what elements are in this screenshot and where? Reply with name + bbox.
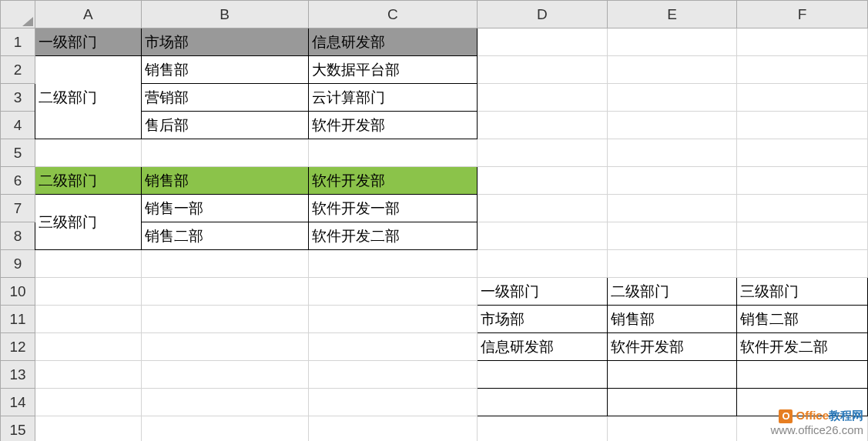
cell-B11[interactable] — [141, 306, 308, 333]
row-header-1[interactable]: 1 — [1, 28, 35, 56]
cell-E14[interactable] — [607, 389, 737, 416]
cell-B4[interactable]: 售后部 — [141, 112, 308, 139]
col-header-A[interactable]: A — [35, 1, 141, 28]
cell-C7[interactable]: 软件开发一部 — [308, 195, 477, 222]
col-header-C[interactable]: C — [308, 1, 477, 28]
cell-B9[interactable] — [141, 250, 308, 278]
cell-F7[interactable] — [737, 195, 868, 222]
cell-C4[interactable]: 软件开发部 — [308, 112, 477, 139]
cell-E7[interactable] — [607, 195, 737, 222]
cell-A10[interactable] — [35, 278, 141, 306]
cell-B6[interactable]: 销售部 — [141, 167, 308, 195]
cell-B5[interactable] — [141, 139, 308, 167]
cell-E8[interactable] — [607, 222, 737, 250]
cell-B12[interactable] — [141, 333, 308, 361]
cell-B13[interactable] — [141, 361, 308, 389]
cell-A7-merged[interactable]: 三级部门 — [35, 195, 141, 250]
cell-C10[interactable] — [308, 278, 477, 306]
row-header-6[interactable]: 6 — [1, 167, 35, 195]
cell-C13[interactable] — [308, 361, 477, 389]
row-header-13[interactable]: 13 — [1, 361, 35, 389]
cell-F13[interactable] — [737, 361, 868, 389]
cell-F5[interactable] — [737, 139, 868, 167]
cell-F8[interactable] — [737, 222, 868, 250]
cell-E12[interactable]: 软件开发部 — [607, 333, 737, 361]
cell-F2[interactable] — [737, 56, 868, 84]
row-header-14[interactable]: 14 — [1, 389, 35, 416]
cell-C1[interactable]: 信息研发部 — [308, 28, 477, 56]
cell-B14[interactable] — [141, 389, 308, 416]
cell-C3[interactable]: 云计算部门 — [308, 84, 477, 112]
cell-C15[interactable] — [308, 416, 477, 442]
cell-D11[interactable]: 市场部 — [477, 306, 607, 333]
cell-E9[interactable] — [607, 250, 737, 278]
cell-A14[interactable] — [35, 389, 141, 416]
cell-A1[interactable]: 一级部门 — [35, 28, 141, 56]
cell-D15[interactable] — [477, 416, 607, 442]
cell-B1[interactable]: 市场部 — [141, 28, 308, 56]
cell-B3[interactable]: 营销部 — [141, 84, 308, 112]
row-header-8[interactable]: 8 — [1, 222, 35, 250]
row-header-10[interactable]: 10 — [1, 278, 35, 306]
cell-F4[interactable] — [737, 112, 868, 139]
select-all-corner[interactable] — [1, 1, 35, 28]
col-header-D[interactable]: D — [477, 1, 607, 28]
cell-E11[interactable]: 销售部 — [607, 306, 737, 333]
cell-C8[interactable]: 软件开发二部 — [308, 222, 477, 250]
cell-F15[interactable] — [737, 416, 868, 442]
cell-D13[interactable] — [477, 361, 607, 389]
cell-D10[interactable]: 一级部门 — [477, 278, 607, 306]
cell-D14[interactable] — [477, 389, 607, 416]
cell-E10[interactable]: 二级部门 — [607, 278, 737, 306]
cell-D1[interactable] — [477, 28, 607, 56]
cell-E13[interactable] — [607, 361, 737, 389]
cell-A12[interactable] — [35, 333, 141, 361]
cell-C2[interactable]: 大数据平台部 — [308, 56, 477, 84]
cell-E1[interactable] — [607, 28, 737, 56]
cell-A2-merged[interactable]: 二级部门 — [35, 56, 141, 139]
row-header-2[interactable]: 2 — [1, 56, 35, 84]
row-header-4[interactable]: 4 — [1, 112, 35, 139]
row-header-11[interactable]: 11 — [1, 306, 35, 333]
cell-F10[interactable]: 三级部门 — [737, 278, 868, 306]
cell-D7[interactable] — [477, 195, 607, 222]
cell-C11[interactable] — [308, 306, 477, 333]
col-header-B[interactable]: B — [141, 1, 308, 28]
cell-C9[interactable] — [308, 250, 477, 278]
cell-D12[interactable]: 信息研发部 — [477, 333, 607, 361]
cell-E15[interactable] — [607, 416, 737, 442]
cell-A5[interactable] — [35, 139, 141, 167]
cell-A6[interactable]: 二级部门 — [35, 167, 141, 195]
cell-C14[interactable] — [308, 389, 477, 416]
cell-D4[interactable] — [477, 112, 607, 139]
row-header-7[interactable]: 7 — [1, 195, 35, 222]
cell-D6[interactable] — [477, 167, 607, 195]
cell-A9[interactable] — [35, 250, 141, 278]
cell-B15[interactable] — [141, 416, 308, 442]
cell-C5[interactable] — [308, 139, 477, 167]
row-header-12[interactable]: 12 — [1, 333, 35, 361]
cell-C6[interactable]: 软件开发部 — [308, 167, 477, 195]
col-header-E[interactable]: E — [607, 1, 737, 28]
cell-E2[interactable] — [607, 56, 737, 84]
cell-F9[interactable] — [737, 250, 868, 278]
row-header-9[interactable]: 9 — [1, 250, 35, 278]
cell-F6[interactable] — [737, 167, 868, 195]
cell-D8[interactable] — [477, 222, 607, 250]
cell-E6[interactable] — [607, 167, 737, 195]
row-header-5[interactable]: 5 — [1, 139, 35, 167]
cell-F1[interactable] — [737, 28, 868, 56]
cell-E3[interactable] — [607, 84, 737, 112]
spreadsheet-grid[interactable]: A B C D E F 1 一级部门 市场部 信息研发部 2 二级部门 销售部 … — [0, 0, 868, 441]
cell-C12[interactable] — [308, 333, 477, 361]
cell-F3[interactable] — [737, 84, 868, 112]
col-header-F[interactable]: F — [737, 1, 868, 28]
cell-B8[interactable]: 销售二部 — [141, 222, 308, 250]
cell-E4[interactable] — [607, 112, 737, 139]
cell-D3[interactable] — [477, 84, 607, 112]
row-header-3[interactable]: 3 — [1, 84, 35, 112]
cell-B7[interactable]: 销售一部 — [141, 195, 308, 222]
cell-D9[interactable] — [477, 250, 607, 278]
cell-A11[interactable] — [35, 306, 141, 333]
cell-D5[interactable] — [477, 139, 607, 167]
